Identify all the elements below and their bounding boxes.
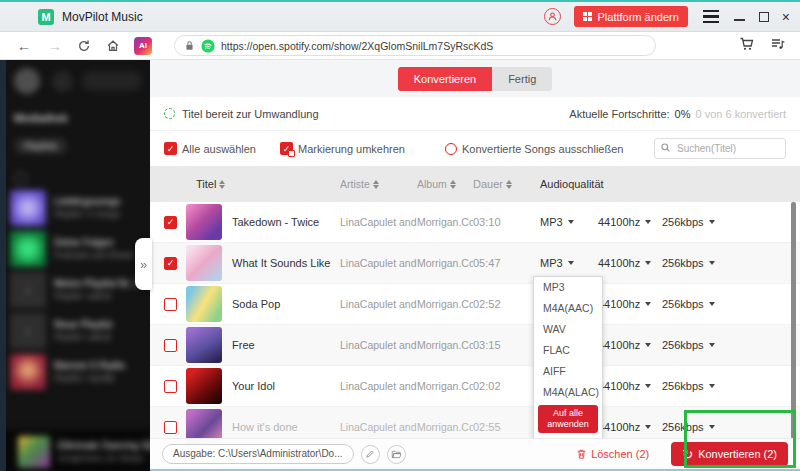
sort-icon[interactable] (373, 180, 379, 189)
format-select[interactable]: MP3 (540, 257, 598, 269)
bitrate-select[interactable]: 256kbps (662, 421, 736, 433)
ready-status-text: Titel bereit zur Umwandlung (182, 108, 319, 120)
song-album: Morrigan.Corp (417, 380, 473, 392)
ai-feature-icon[interactable]: AI (134, 37, 152, 55)
samplerate-value: 44100hz (598, 339, 640, 351)
sort-icon[interactable] (506, 180, 512, 189)
header-title[interactable]: Titel (196, 178, 216, 190)
forward-icon[interactable]: → (48, 39, 62, 53)
playlist-art (10, 354, 46, 390)
samplerate-select[interactable]: 44100hz (598, 339, 662, 351)
dropdown-option-aiff[interactable]: AIFF (534, 361, 602, 382)
samplerate-value: 44100hz (598, 421, 640, 433)
sort-icon[interactable] (219, 180, 225, 189)
dropdown-option-m4a-alac[interactable]: M4A(ALAC) (534, 382, 602, 403)
edit-path-button[interactable] (361, 445, 380, 464)
row-checkbox[interactable]: ✓ (164, 298, 177, 311)
delete-label: Löschen (2) (591, 448, 649, 460)
samplerate-value: 44100hz (598, 216, 640, 228)
address-bar[interactable]: https://open.spotify.com/show/2XqGlomSni… (174, 35, 656, 56)
vertical-scrollbar[interactable] (791, 202, 796, 439)
playlist-art (10, 190, 46, 226)
chevron-down-icon (645, 384, 651, 388)
change-platform-button[interactable]: Plattform ändern (574, 6, 688, 27)
dropdown-option-mp3[interactable]: MP3 (534, 277, 602, 298)
progress-label: Aktuelle Fortschritte: (569, 108, 669, 120)
album-art (186, 286, 222, 322)
maximize-button[interactable] (759, 12, 769, 22)
convert-button-label: Konvertieren (2) (698, 448, 777, 460)
search-input[interactable] (654, 138, 786, 159)
row-checkbox[interactable]: ✓ (164, 216, 177, 229)
chevron-down-icon (568, 261, 574, 265)
cart-icon[interactable] (739, 36, 755, 56)
chevron-down-icon (709, 425, 715, 429)
progress-detail: 0 von 6 konvertiert (696, 108, 787, 120)
bitrate-select[interactable]: 256kbps (662, 216, 736, 228)
samplerate-select[interactable]: 44100hz (598, 257, 662, 269)
header-artist[interactable]: Artiste (340, 178, 370, 190)
row-checkbox[interactable]: ✓ (164, 421, 177, 434)
loading-spinner-icon (164, 108, 175, 119)
select-all-button[interactable]: ✓ Alle auswählen (164, 142, 256, 155)
samplerate-value: 44100hz (598, 257, 640, 269)
invert-selection-button[interactable]: ✓ Markierung umkehren (280, 142, 405, 155)
song-duration: 02:52 (473, 298, 540, 310)
row-checkbox[interactable]: ✓ (164, 339, 177, 352)
chevron-down-icon (709, 302, 715, 306)
song-artist: LinaCapulet and ... (340, 421, 417, 433)
row-checkbox[interactable]: ✓ (164, 380, 177, 393)
bitrate-select[interactable]: 256kbps (662, 339, 736, 351)
list-item: LieblingssongsPlaylist • 2 Songs (10, 187, 146, 228)
table-row[interactable]: ✓Your IdolLinaCapulet and ...Morrigan.Co… (150, 366, 800, 407)
menu-icon[interactable] (701, 8, 721, 25)
dropdown-option-wav[interactable]: WAV (534, 319, 602, 340)
dropdown-option-flac[interactable]: FLAC (534, 340, 602, 361)
samplerate-value: 44100hz (598, 298, 640, 310)
row-checkbox[interactable]: ✓ (164, 257, 177, 270)
reload-icon[interactable] (77, 39, 91, 53)
tab-finished[interactable]: Fertig (492, 67, 552, 91)
open-folder-button[interactable] (387, 445, 406, 464)
convert-button[interactable]: ↻ Konvertieren (2) (671, 442, 788, 466)
radio-circle-icon (445, 143, 457, 155)
header-duration[interactable]: Dauer (473, 178, 503, 190)
samplerate-select[interactable]: 44100hz (598, 216, 662, 228)
table-row[interactable]: ✓What It Sounds LikeLinaCapulet and ...M… (150, 243, 800, 284)
list-item: ♪ Meine Playlist Nr. 3Playlist • admin (10, 269, 146, 310)
app-logo-icon: M (38, 9, 54, 25)
format-select[interactable]: MP3 (540, 216, 598, 228)
output-path-field[interactable]: Ausgabe: C:\Users\Administrator\Do... (162, 444, 354, 464)
minimize-button[interactable] (734, 10, 746, 24)
table-row[interactable]: ✓Soda PopLinaCapulet and ...Morrigan.Cor… (150, 284, 800, 325)
playlist-list: LieblingssongsPlaylist • 2 Songs Deine F… (10, 187, 146, 392)
bitrate-select[interactable]: 256kbps (662, 380, 736, 392)
samplerate-select[interactable]: 44100hz (598, 298, 662, 310)
table-row[interactable]: ✓Takedown - TwiceLinaCapulet and ...Morr… (150, 202, 800, 243)
chevron-down-icon (709, 384, 715, 388)
bitrate-select[interactable]: 256kbps (662, 257, 736, 269)
panel-expander-handle[interactable]: » (135, 238, 152, 290)
song-album: Morrigan.Corp (417, 339, 473, 351)
close-button[interactable]: × (782, 10, 790, 24)
samplerate-select[interactable]: 44100hz (598, 380, 662, 392)
exclude-converted-toggle[interactable]: Konvertierte Songs ausschließen (445, 143, 623, 155)
bitrate-select[interactable]: 256kbps (662, 298, 736, 310)
back-icon[interactable]: ← (17, 39, 31, 53)
samplerate-select[interactable]: 44100hz (598, 421, 662, 433)
apply-all-button[interactable]: Auf alle anwenden (538, 405, 598, 433)
delete-button[interactable]: Löschen (2) (576, 448, 649, 460)
song-artist: LinaCapulet and ... (340, 339, 417, 351)
table-row[interactable]: ✓FreeLinaCapulet and ...Morrigan.Corp03:… (150, 325, 800, 366)
dropdown-option-m4a-aac[interactable]: M4A(AAC) (534, 298, 602, 319)
playlist-queue-icon[interactable] (770, 36, 786, 56)
user-account-icon[interactable] (544, 8, 561, 25)
sort-icon[interactable] (450, 180, 456, 189)
bitrate-value: 256kbps (662, 421, 704, 433)
home-icon[interactable] (106, 39, 120, 53)
song-duration: 05:47 (473, 257, 540, 269)
song-table: ✓Takedown - TwiceLinaCapulet and ...Morr… (150, 202, 800, 448)
header-album[interactable]: Album (417, 178, 447, 190)
tab-convert[interactable]: Konvertieren (398, 67, 492, 91)
library-search-icon (14, 172, 27, 185)
